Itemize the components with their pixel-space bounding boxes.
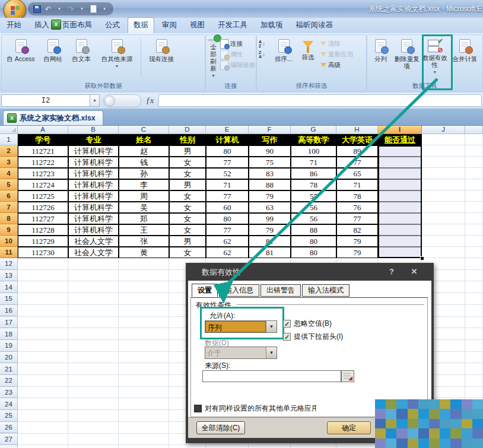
data-cell[interactable]: 76 <box>336 202 378 213</box>
row-header-8[interactable]: 8 <box>0 213 18 224</box>
column-header-F[interactable]: F <box>249 125 291 134</box>
data-cell[interactable]: 计算机科学 <box>68 213 119 224</box>
data-cell[interactable]: 55 <box>291 190 336 202</box>
row-header-23[interactable]: 23 <box>0 387 18 399</box>
data-cell[interactable]: 计算机科学 <box>68 168 119 179</box>
data-cell[interactable]: 钱 <box>119 157 169 168</box>
data-cell[interactable]: 63 <box>249 202 291 213</box>
column-header-H[interactable]: H <box>336 125 378 134</box>
data-cell[interactable]: 60 <box>206 202 249 213</box>
button-删除重复项[interactable]: 删除重复项 <box>393 37 420 80</box>
data-cell[interactable]: 80 <box>206 213 249 224</box>
save-icon[interactable] <box>33 5 41 13</box>
dialog-tab-输入信息[interactable]: 输入信息 <box>219 284 259 297</box>
dialog-tab-出错警告[interactable]: 出错警告 <box>260 284 301 297</box>
name-box-dropdown-icon[interactable]: ▼ <box>90 94 100 107</box>
data-cell[interactable]: 112726 <box>18 202 68 213</box>
customize-quick-access-icon[interactable]: ▾ <box>100 5 109 13</box>
data-cell[interactable]: 80 <box>291 247 336 258</box>
data-cell[interactable]: 112725 <box>18 190 68 202</box>
data-cell[interactable]: 56 <box>291 213 336 224</box>
data-cell[interactable]: 计算机科学 <box>68 224 119 236</box>
tab-开发工具[interactable]: 开发工具 <box>212 18 253 33</box>
data-cell[interactable]: 81 <box>249 236 291 247</box>
apply-all-checkbox[interactable] <box>194 405 202 412</box>
data-cell[interactable]: 100 <box>291 145 336 157</box>
column-header-E[interactable]: E <box>206 125 249 134</box>
header-cell-学号[interactable]: 学号 <box>18 134 68 145</box>
data-cell[interactable]: 112728 <box>18 224 68 236</box>
tab-开始[interactable]: 开始 <box>1 18 27 33</box>
data-cell[interactable]: 112723 <box>18 168 68 179</box>
header-cell-性别[interactable]: 性别 <box>169 134 206 145</box>
data-cell[interactable]: 80 <box>206 145 249 157</box>
data-cell[interactable]: 社会人文学 <box>68 236 119 247</box>
workbook-tab[interactable]: X 系统之家实验文档.xlsx <box>3 110 103 125</box>
ignore-blank-checkbox[interactable]: ✓ <box>283 320 291 328</box>
tab-加载项[interactable]: 加载项 <box>255 18 288 33</box>
fill-handle[interactable] <box>420 256 424 260</box>
row-header-24[interactable]: 24 <box>0 398 18 410</box>
data-cell[interactable]: 77 <box>206 190 249 202</box>
button-重新应用[interactable]: 重新应用 <box>320 49 353 59</box>
column-header-I[interactable]: I <box>378 125 422 134</box>
data-cell[interactable]: 75 <box>249 157 291 168</box>
chevron-down-icon[interactable]: ▾ <box>55 5 63 13</box>
column-header-G[interactable]: G <box>291 125 336 134</box>
button-排序...[interactable]: 排序... <box>272 37 295 80</box>
tab-审阅[interactable]: 审阅 <box>157 18 182 33</box>
row-header-20[interactable]: 20 <box>0 352 18 364</box>
dialog-tab-设置[interactable]: 设置 <box>192 284 218 297</box>
column-header-J[interactable]: J <box>422 125 465 134</box>
data-cell[interactable]: 90 <box>249 145 291 157</box>
data-cell[interactable]: 62 <box>206 247 249 258</box>
header-cell-姓名[interactable]: 姓名 <box>119 134 169 145</box>
row-header-28[interactable]: 28 <box>0 445 18 448</box>
data-cell[interactable]: 112721 <box>18 145 68 157</box>
row-header-4[interactable]: 4 <box>0 168 18 179</box>
data-cell[interactable]: 王 <box>119 224 169 236</box>
button-自文本[interactable]: 自文本 <box>68 37 95 80</box>
header-cell-专业[interactable]: 专业 <box>68 134 119 145</box>
tab-数据[interactable]: 数据 <box>128 17 154 33</box>
column-header-B[interactable]: B <box>68 125 119 134</box>
row-header-13[interactable]: 13 <box>0 270 18 282</box>
data-cell[interactable]: 62 <box>206 236 249 247</box>
data-cell[interactable]: 77 <box>206 157 249 168</box>
data-cell[interactable]: 女 <box>169 247 206 258</box>
button-属性[interactable]: 属性 <box>220 49 255 59</box>
data-cell[interactable]: 71 <box>206 179 249 190</box>
row-header-19[interactable]: 19 <box>0 340 18 352</box>
data-cell[interactable]: 79 <box>336 236 378 247</box>
data-cell[interactable]: 79 <box>249 190 291 202</box>
row-header-16[interactable]: 16 <box>0 305 18 317</box>
select-all-corner[interactable] <box>0 125 18 134</box>
column-header-C[interactable]: C <box>119 125 169 134</box>
data-cell[interactable]: 女 <box>169 202 206 213</box>
print-preview-icon[interactable] <box>89 5 97 13</box>
clear-all-button[interactable]: 全部清除(C) <box>196 421 245 434</box>
tab-公式[interactable]: 公式 <box>100 18 125 33</box>
allow-dropdown[interactable]: 序列 ▼ <box>205 320 277 333</box>
dialog-help-button[interactable]: ? <box>385 267 398 276</box>
row-header-3[interactable]: 3 <box>0 157 18 168</box>
data-cell[interactable]: 88 <box>291 224 336 236</box>
data-cell[interactable]: 52 <box>206 168 249 179</box>
data-cell[interactable]: 112729 <box>18 236 68 247</box>
row-header-18[interactable]: 18 <box>0 328 18 340</box>
header-cell-计算机[interactable]: 计算机 <box>206 134 249 145</box>
button-清除[interactable]: 清除 <box>320 39 353 49</box>
ok-button[interactable]: 确定 <box>327 421 371 434</box>
data-cell[interactable]: 71 <box>336 179 378 190</box>
name-box[interactable]: I2 <box>1 94 90 107</box>
tab-页面布局[interactable]: 页面布局 <box>57 18 97 33</box>
row-header-26[interactable]: 26 <box>0 422 18 434</box>
data-cell[interactable]: 周 <box>119 190 169 202</box>
row-header-2[interactable]: 2 <box>0 145 18 157</box>
data-cell[interactable]: 56 <box>291 202 336 213</box>
data-cell[interactable]: 计算机科学 <box>68 145 119 157</box>
data-cell[interactable]: 男 <box>169 236 206 247</box>
data-cell[interactable]: 郑 <box>119 213 169 224</box>
data-cell[interactable]: 女 <box>169 157 206 168</box>
row-header-11[interactable]: 11 <box>0 247 18 258</box>
